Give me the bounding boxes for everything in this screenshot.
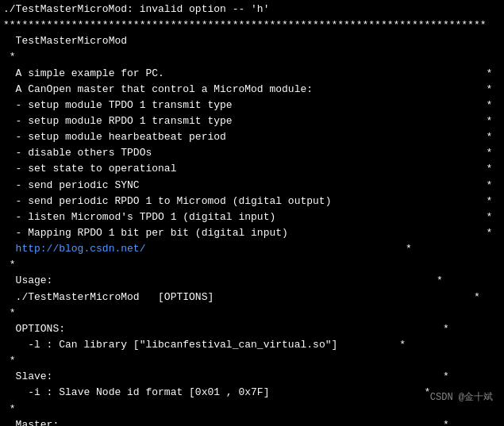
desc-line-9: - send periodic RPDO 1 to Micromod (digi… <box>0 194 504 209</box>
desc-line-7: - set state to operational * <box>0 161 504 177</box>
desc-line-2: A CanOpen master that control a MicroMod… <box>0 82 504 98</box>
blank-indent-name: TestMasterMicroMod * <box>0 33 504 49</box>
desc-line-8: - send periodic SYNC * <box>0 178 504 194</box>
option-i-line: -i : Slave Node id format [0x01 , 0x7F] … <box>0 385 504 401</box>
blank-line-1: * <box>0 49 504 65</box>
star-line-top: ****************************************… <box>0 17 504 33</box>
usage-label-line: Usage: * <box>0 273 504 289</box>
desc-line-5: - setup module hearbeatbeat period * <box>0 129 504 145</box>
desc-line-3: - setup module TPDO 1 transmit type * <box>0 98 504 113</box>
desc-line-4: - setup module RPDO 1 transmit type * <box>0 113 504 129</box>
blank-line-5: * <box>0 401 504 417</box>
slave-label-line: Slave: * <box>0 369 504 385</box>
app-name: TestMasterMicroMod <box>16 35 127 47</box>
option-l-line: -l : Can library ["libcanfestival_can_vi… <box>0 337 504 353</box>
master-label: Master: <box>16 419 60 426</box>
usage-label: Usage: <box>16 274 53 286</box>
option-i: -i : Slave Node id format [0x01 , 0x7F] <box>28 386 269 398</box>
url-line: http://blog.csdn.net/ * <box>0 241 504 257</box>
option-l: -l : Can library ["libcanfestival_can_vi… <box>28 339 337 351</box>
blank-line-4: * <box>0 353 504 369</box>
desc-line-10: - listen Micromod's TPDO 1 (digital inpu… <box>0 209 504 225</box>
blank-line-3: * <box>0 305 504 321</box>
usage-cmd-line: ./TestMasterMicroMod [OPTIONS] * <box>0 290 504 305</box>
options-label: OPTIONS: <box>16 323 65 335</box>
master-label-line: Master: * <box>0 417 504 426</box>
blank-line-2: * <box>0 257 504 273</box>
terminal-window: ./TestMasterMicroMod: invalid option -- … <box>0 0 504 426</box>
options-label-line: OPTIONS: * <box>0 321 504 337</box>
desc-line-1: A simple example for PC. * <box>0 66 504 82</box>
url-text: http://blog.csdn.net/ <box>16 243 146 255</box>
usage-cmd: ./TestMasterMicroMod [OPTIONS] <box>16 291 214 303</box>
slave-label: Slave: <box>16 370 53 382</box>
watermark: CSDN @金十斌 <box>430 390 493 404</box>
error-line: ./TestMasterMicroMod: invalid option -- … <box>0 2 504 17</box>
desc-line-11: - Mapping RPDO 1 bit per bit (digital in… <box>0 225 504 241</box>
desc-line-6: - disable others TPDOs * <box>0 145 504 161</box>
